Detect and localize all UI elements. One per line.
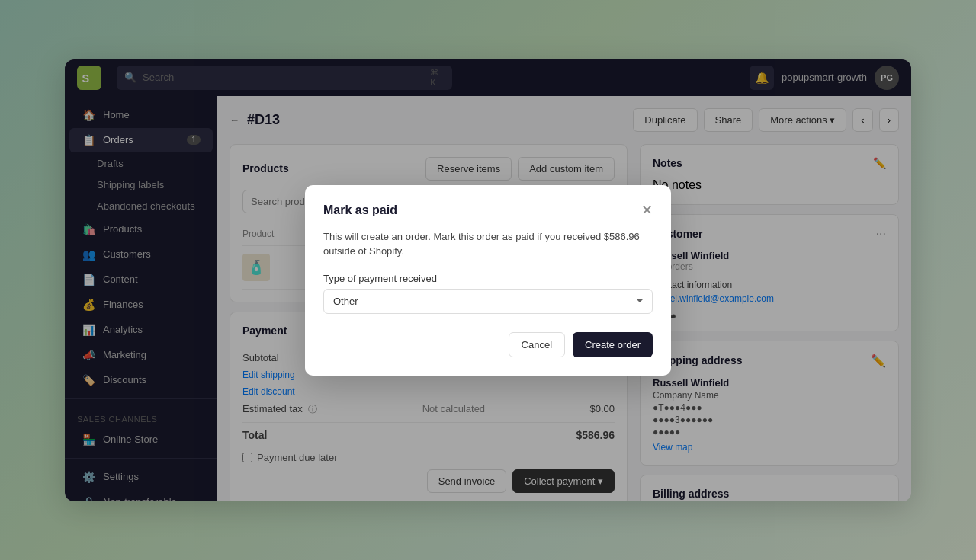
modal-close-button[interactable]: ✕ [641,203,653,217]
modal-footer: Cancel Create order [323,332,653,357]
cancel-button[interactable]: Cancel [509,332,565,357]
modal-title: Mark as paid [323,203,397,217]
mark-as-paid-modal: Mark as paid ✕ This will create an order… [305,185,671,376]
modal-overlay[interactable]: Mark as paid ✕ This will create an order… [0,0,976,560]
payment-type-select[interactable]: Other Credit card Cash Check Wire transf… [323,289,653,314]
create-order-button[interactable]: Create order [573,332,653,357]
modal-header: Mark as paid ✕ [323,203,653,217]
payment-type-label: Type of payment received [323,273,653,284]
modal-description: This will create an order. Mark this ord… [323,229,653,259]
